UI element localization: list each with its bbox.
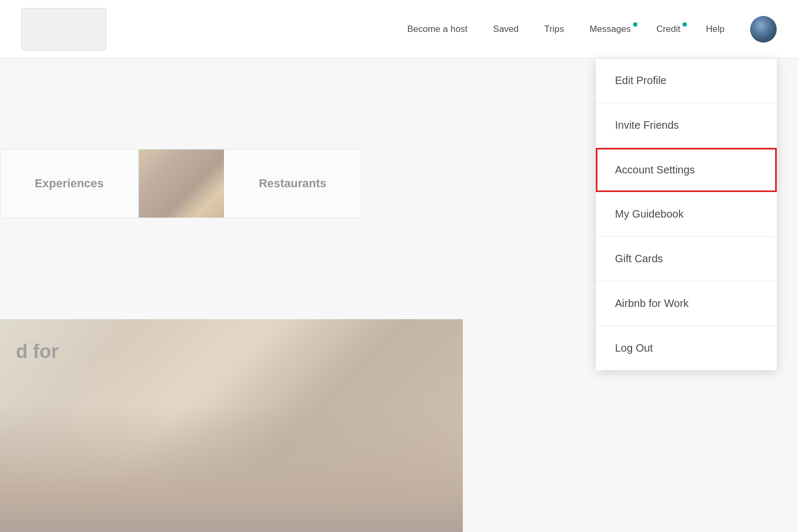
trips-link[interactable]: Trips xyxy=(544,24,564,35)
become-host-link[interactable]: Become a host xyxy=(407,24,467,35)
navigation: Become a host Saved Trips Messages Credi… xyxy=(407,16,777,43)
airbnb-for-work-item[interactable]: Airbnb for Work xyxy=(596,281,777,326)
messages-link[interactable]: Messages xyxy=(589,24,630,35)
credit-link[interactable]: Credit xyxy=(656,24,680,35)
messages-notification-dot xyxy=(633,22,637,27)
saved-link[interactable]: Saved xyxy=(493,24,519,35)
credit-notification-dot xyxy=(683,22,687,27)
dropdown-overlay xyxy=(0,59,463,532)
account-settings-item[interactable]: Account Settings xyxy=(596,148,777,192)
user-avatar[interactable] xyxy=(750,16,777,43)
my-guidebook-item[interactable]: My Guidebook xyxy=(596,192,777,237)
logo[interactable] xyxy=(21,8,106,51)
gift-cards-item[interactable]: Gift Cards xyxy=(596,237,777,281)
log-out-item[interactable]: Log Out xyxy=(596,326,777,370)
user-dropdown-menu: Edit Profile Invite Friends Account Sett… xyxy=(596,59,777,370)
edit-profile-item[interactable]: Edit Profile xyxy=(596,59,777,103)
invite-friends-item[interactable]: Invite Friends xyxy=(596,103,777,148)
help-link[interactable]: Help xyxy=(706,24,725,35)
header: Become a host Saved Trips Messages Credi… xyxy=(0,0,798,59)
